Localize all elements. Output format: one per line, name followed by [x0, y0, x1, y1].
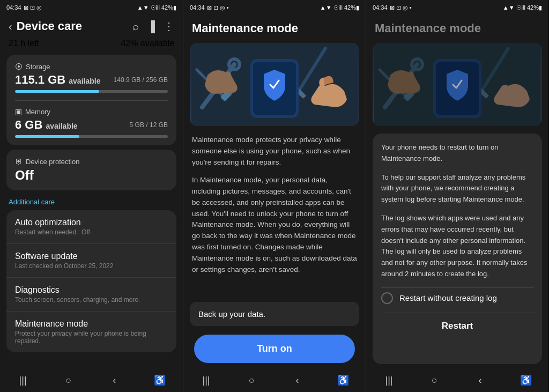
- memory-main-row: 6 GB available 5 GB / 12 GB: [15, 118, 168, 132]
- additional-care-label: Additional care: [0, 193, 183, 208]
- storage-main-row: 115.1 GB available 140.9 GB / 256 GB: [15, 73, 168, 87]
- restart-dialog-header: Maintenance mode: [366, 15, 548, 40]
- status-time-2: 04:34: [190, 4, 205, 11]
- status-right-1: ▲▼ ☉ill 42%▮: [137, 4, 176, 11]
- memory-icon: ▣: [15, 107, 22, 116]
- memory-progress-bar: [15, 135, 168, 138]
- memory-header: ▣ Memory: [15, 107, 168, 116]
- nav-bar-2: ||| ○ ‹ ♿: [183, 368, 366, 392]
- home-button-2[interactable]: ○: [241, 369, 263, 391]
- list-item-sub-1: Last checked on October 25, 2022: [15, 262, 168, 270]
- storage-used-total: 140.9 GB / 256 GB: [114, 76, 168, 84]
- status-left-1: 04:34 ⊠ ⊡ ◎: [6, 4, 42, 11]
- divider-1: [15, 100, 168, 101]
- paragraph-1: Maintenance mode protects your privacy w…: [192, 135, 357, 168]
- storage-progress-bar: [15, 90, 168, 93]
- list-item-software-update[interactable]: Software update Last checked on October …: [6, 244, 176, 278]
- restart-dialog-box: Your phone needs to restart to turn on M…: [373, 134, 542, 364]
- restart-button[interactable]: Restart: [381, 313, 533, 334]
- turn-on-button[interactable]: Turn on: [194, 335, 355, 363]
- recent-apps-button[interactable]: |||: [12, 369, 34, 391]
- nav-bar-1: ||| ○ ‹ ♿: [0, 368, 183, 392]
- status-bar-2: 04:34 ⊠ ⊡ ◎ • ▲▼ ☉ill 42%▮: [183, 0, 366, 15]
- list-item-diagnostics[interactable]: Diagnostics Touch screen, sensors, charg…: [6, 278, 176, 312]
- storage-header: ⦿ Storage: [15, 62, 168, 71]
- accessibility-button-2[interactable]: ♿: [332, 369, 354, 391]
- signal-icon-2: ▲▼ ☉ill 42%▮: [320, 4, 359, 11]
- storage-section: ⦿ Storage 115.1 GB available 140.9 GB / …: [15, 62, 168, 93]
- signal-icon-3: ▲▼ ☉ill 42%▮: [503, 4, 542, 11]
- accessibility-button[interactable]: ♿: [149, 369, 170, 391]
- memory-section: ▣ Memory 6 GB available 5 GB / 12 GB: [15, 107, 168, 138]
- device-protection-card[interactable]: ⛨ Device protection Off: [6, 150, 176, 190]
- status-bar-3: 04:34 ⊠ ⊡ ◎ • ▲▼ ☉ill 42%▮: [366, 0, 548, 15]
- status-icons-2: ⊠ ⊡ ◎ •: [207, 4, 229, 11]
- radio-button[interactable]: [381, 292, 393, 304]
- header-right: ⌕ ▐ ⋮: [132, 20, 174, 33]
- protection-value: Off: [15, 168, 168, 183]
- list-item-title-2: Diagnostics: [15, 285, 168, 295]
- back-button[interactable]: ‹: [9, 20, 12, 33]
- back-nav-button-2[interactable]: ‹: [287, 369, 308, 391]
- storage-memory-card: ⦿ Storage 115.1 GB available 140.9 GB / …: [6, 55, 176, 145]
- backup-text: Back up your data.: [190, 302, 359, 326]
- panel-device-care: 04:34 ⊠ ⊡ ◎ ▲▼ ☉ill 42%▮ ‹ Device care ⌕…: [0, 0, 183, 392]
- list-item-sub-3: Protect your privacy while your phone is…: [15, 330, 168, 345]
- status-right-3: ▲▼ ☉ill 42%▮: [503, 4, 542, 11]
- home-button[interactable]: ○: [58, 369, 79, 391]
- paragraph-2: In Maintenance mode, your personal data,…: [192, 175, 357, 276]
- dialog-text-0: Your phone needs to restart to turn on M…: [381, 142, 533, 165]
- back-nav-button-3[interactable]: ‹: [470, 369, 491, 391]
- accessibility-button-3[interactable]: ♿: [515, 369, 537, 391]
- memory-label: Memory: [25, 108, 50, 116]
- list-item-title-3: Maintenance mode: [15, 319, 168, 329]
- restart-title: Maintenance mode: [375, 21, 540, 35]
- storage-progress-fill: [15, 90, 99, 93]
- battery-time-left: 21 h left: [9, 39, 39, 48]
- maintenance-header: Maintenance mode: [183, 15, 366, 40]
- dialog-text-1: To help our support staff analyze any pr…: [381, 172, 533, 205]
- restart-without-log-option[interactable]: Restart without creating log: [381, 287, 533, 308]
- list-item-title-1: Software update: [15, 252, 168, 261]
- list-item-title-0: Auto optimization: [15, 218, 168, 227]
- nav-bar-3: ||| ○ ‹ ♿: [366, 368, 548, 392]
- memory-used-total: 5 GB / 12 GB: [130, 121, 168, 129]
- home-button-3[interactable]: ○: [424, 369, 446, 391]
- recent-apps-button-2[interactable]: |||: [196, 369, 217, 391]
- battery-row: 21 h left 42% available: [0, 36, 183, 53]
- device-care-header: ‹ Device care ⌕ ▐ ⋮: [0, 15, 183, 36]
- status-icons-1: ⊠ ⊡ ◎: [24, 4, 42, 11]
- search-icon[interactable]: ⌕: [132, 20, 139, 33]
- status-bar-1: 04:34 ⊠ ⊡ ◎ ▲▼ ☉ill 42%▮: [0, 0, 183, 15]
- list-item-maintenance-mode[interactable]: Maintenance mode Protect your privacy wh…: [6, 312, 176, 352]
- protection-header: ⛨ Device protection: [15, 157, 168, 166]
- status-left-3: 04:34 ⊠ ⊡ ◎ •: [373, 4, 412, 11]
- storage-icon: ⦿: [15, 62, 23, 71]
- list-item-sub-0: Restart when needed : Off: [15, 228, 168, 236]
- page-title-1: Device care: [17, 19, 82, 33]
- memory-progress-fill: [15, 135, 79, 138]
- status-time-3: 04:34: [373, 4, 388, 11]
- list-item-sub-2: Touch screen, sensors, charging, and mor…: [15, 296, 168, 304]
- back-nav-button[interactable]: ‹: [103, 369, 125, 391]
- additional-care-list: Auto optimization Restart when needed : …: [6, 210, 176, 352]
- header-left: ‹ Device care: [9, 19, 82, 33]
- maintenance-content: Maintenance mode protects your privacy w…: [183, 129, 366, 300]
- panel-restart-dialog: 04:34 ⊠ ⊡ ◎ • ▲▼ ☉ill 42%▮ Maintenance m…: [366, 0, 548, 392]
- status-right-2: ▲▼ ☉ill 42%▮: [320, 4, 359, 11]
- status-icons-3: ⊠ ⊡ ◎ •: [390, 4, 412, 11]
- more-options-icon[interactable]: ⋮: [164, 20, 174, 33]
- panel-maintenance-mode: 04:34 ⊠ ⊡ ◎ • ▲▼ ☉ill 42%▮ Maintenance m…: [183, 0, 366, 392]
- restart-illustration: [373, 43, 542, 126]
- maintenance-illustration: [190, 43, 359, 126]
- list-item-auto-optimization[interactable]: Auto optimization Restart when needed : …: [6, 210, 176, 244]
- bar-chart-icon[interactable]: ▐: [147, 20, 155, 33]
- radio-label: Restart without creating log: [399, 293, 497, 302]
- protection-label: Device protection: [26, 158, 79, 166]
- recent-apps-button-3[interactable]: |||: [379, 369, 400, 391]
- status-time-1: 04:34: [6, 4, 21, 11]
- status-left-2: 04:34 ⊠ ⊡ ◎ •: [190, 4, 229, 11]
- maintenance-title: Maintenance mode: [192, 21, 357, 35]
- memory-value: 6 GB available: [15, 118, 78, 132]
- signal-icon-1: ▲▼ ☉ill 42%▮: [137, 4, 176, 11]
